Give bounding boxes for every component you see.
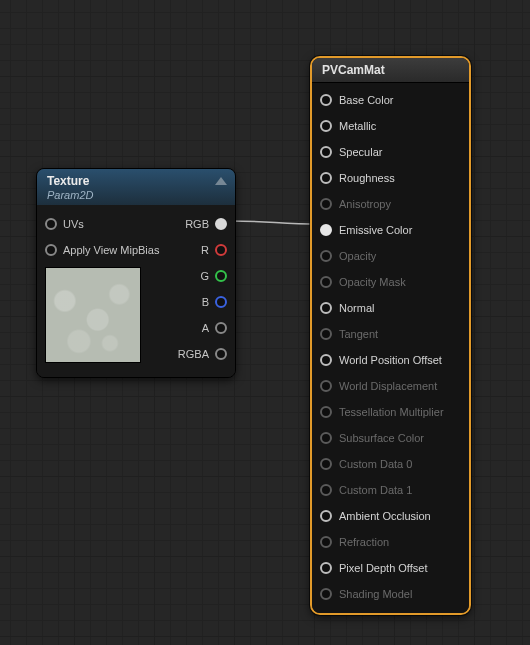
material-pin-normal[interactable]: [320, 302, 332, 314]
input-pin-mipbias[interactable]: [45, 244, 57, 256]
output-row-rgba: RGBA: [165, 341, 227, 367]
collapse-arrow-icon[interactable]: [215, 177, 227, 185]
texture-node[interactable]: Texture Param2D UVs Apply View MipBias R…: [36, 168, 236, 378]
material-pin-label-pdo: Pixel Depth Offset: [339, 562, 427, 574]
material-pin-opacity: [320, 250, 332, 262]
material-pin-label-subsurface: Subsurface Color: [339, 432, 424, 444]
input-label-uvs: UVs: [63, 218, 84, 230]
output-pin-b[interactable]: [215, 296, 227, 308]
material-pin-row-base_color: Base Color: [312, 87, 469, 113]
material-pin-row-roughness: Roughness: [312, 165, 469, 191]
material-pin-label-normal: Normal: [339, 302, 374, 314]
material-pin-tess_mult: [320, 406, 332, 418]
material-pin-roughness[interactable]: [320, 172, 332, 184]
material-node-title[interactable]: PVCamMat: [312, 58, 469, 83]
material-pin-row-tangent: Tangent: [312, 321, 469, 347]
output-row-g: G: [165, 263, 227, 289]
material-pin-emissive[interactable]: [320, 224, 332, 236]
output-pin-g[interactable]: [215, 270, 227, 282]
material-pin-row-specular: Specular: [312, 139, 469, 165]
material-pin-label-opacity: Opacity: [339, 250, 376, 262]
input-row-uvs: UVs: [45, 211, 159, 237]
material-pin-label-ao: Ambient Occlusion: [339, 510, 431, 522]
output-label-g: G: [200, 270, 209, 282]
output-label-rgba: RGBA: [178, 348, 209, 360]
material-pin-pdo[interactable]: [320, 562, 332, 574]
material-pin-subsurface: [320, 432, 332, 444]
material-pin-row-refraction: Refraction: [312, 529, 469, 555]
material-output-node[interactable]: PVCamMat Base ColorMetallicSpecularRough…: [310, 56, 471, 615]
material-pin-specular[interactable]: [320, 146, 332, 158]
material-pin-opacity_mask: [320, 276, 332, 288]
input-pin-uvs[interactable]: [45, 218, 57, 230]
material-pin-custom1: [320, 484, 332, 496]
material-pin-ao[interactable]: [320, 510, 332, 522]
material-pin-row-wpo: World Position Offset: [312, 347, 469, 373]
material-pin-label-opacity_mask: Opacity Mask: [339, 276, 406, 288]
material-pin-label-shading_model: Shading Model: [339, 588, 412, 600]
input-label-mipbias: Apply View MipBias: [63, 244, 159, 256]
output-label-r: R: [201, 244, 209, 256]
material-pin-row-pdo: Pixel Depth Offset: [312, 555, 469, 581]
material-pin-row-subsurface: Subsurface Color: [312, 425, 469, 451]
material-pin-label-refraction: Refraction: [339, 536, 389, 548]
material-pin-label-metallic: Metallic: [339, 120, 376, 132]
material-pin-base_color[interactable]: [320, 94, 332, 106]
texture-node-title: Texture: [47, 174, 225, 188]
texture-node-header[interactable]: Texture Param2D: [37, 169, 235, 205]
material-pin-custom0: [320, 458, 332, 470]
output-row-r: R: [165, 237, 227, 263]
material-pin-anisotropy: [320, 198, 332, 210]
output-row-rgb: RGB: [165, 211, 227, 237]
output-label-a: A: [202, 322, 209, 334]
material-pin-row-opacity: Opacity: [312, 243, 469, 269]
material-pin-label-base_color: Base Color: [339, 94, 393, 106]
material-pin-row-opacity_mask: Opacity Mask: [312, 269, 469, 295]
material-pin-row-world_disp: World Displacement: [312, 373, 469, 399]
material-pin-row-shading_model: Shading Model: [312, 581, 469, 607]
output-pin-rgb[interactable]: [215, 218, 227, 230]
material-node-body: Base ColorMetallicSpecularRoughnessAniso…: [312, 83, 469, 613]
material-pin-world_disp: [320, 380, 332, 392]
material-pin-row-anisotropy: Anisotropy: [312, 191, 469, 217]
output-label-rgb: RGB: [185, 218, 209, 230]
material-pin-label-world_disp: World Displacement: [339, 380, 437, 392]
output-pin-rgba[interactable]: [215, 348, 227, 360]
output-pin-a[interactable]: [215, 322, 227, 334]
material-pin-shading_model: [320, 588, 332, 600]
material-pin-label-tangent: Tangent: [339, 328, 378, 340]
output-row-a: A: [165, 315, 227, 341]
texture-preview-thumbnail[interactable]: [45, 267, 141, 363]
texture-node-body: UVs Apply View MipBias RGB R G B: [37, 205, 235, 377]
output-row-b: B: [165, 289, 227, 315]
material-pin-row-tess_mult: Tessellation Multiplier: [312, 399, 469, 425]
material-pin-label-specular: Specular: [339, 146, 382, 158]
material-pin-label-custom0: Custom Data 0: [339, 458, 412, 470]
material-pin-row-emissive: Emissive Color: [312, 217, 469, 243]
material-pin-label-emissive: Emissive Color: [339, 224, 412, 236]
output-label-b: B: [202, 296, 209, 308]
material-pin-row-normal: Normal: [312, 295, 469, 321]
material-pin-label-custom1: Custom Data 1: [339, 484, 412, 496]
material-pin-row-custom0: Custom Data 0: [312, 451, 469, 477]
output-pin-r[interactable]: [215, 244, 227, 256]
input-row-mipbias: Apply View MipBias: [45, 237, 159, 263]
material-pin-row-custom1: Custom Data 1: [312, 477, 469, 503]
material-pin-wpo[interactable]: [320, 354, 332, 366]
texture-node-subtitle: Param2D: [47, 189, 225, 201]
material-pin-label-roughness: Roughness: [339, 172, 395, 184]
material-pin-metallic[interactable]: [320, 120, 332, 132]
material-pin-refraction: [320, 536, 332, 548]
material-pin-row-ao: Ambient Occlusion: [312, 503, 469, 529]
material-pin-label-anisotropy: Anisotropy: [339, 198, 391, 210]
material-pin-tangent: [320, 328, 332, 340]
material-pin-row-metallic: Metallic: [312, 113, 469, 139]
material-pin-label-wpo: World Position Offset: [339, 354, 442, 366]
material-pin-label-tess_mult: Tessellation Multiplier: [339, 406, 444, 418]
